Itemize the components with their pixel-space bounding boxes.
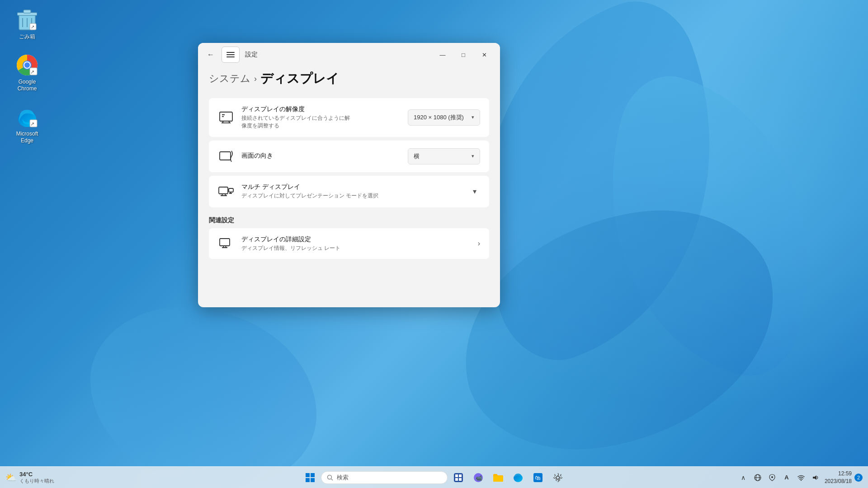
resolution-desc: 接続されているディスプレイに合うように解像度を調整する <box>241 114 401 130</box>
back-button[interactable]: ← <box>203 47 218 62</box>
svg-text:↗: ↗ <box>31 24 34 29</box>
clock-time: 12:59 <box>825 470 852 478</box>
multi-display-title: マルチ ディスプレイ <box>241 183 462 191</box>
svg-point-39 <box>328 475 332 479</box>
edge-icon: ↗ <box>16 106 38 128</box>
svg-text:↗: ↗ <box>30 69 34 75</box>
svg-rect-35 <box>306 473 310 477</box>
svg-text:↗: ↗ <box>30 121 34 127</box>
resolution-title: ディスプレイの解像度 <box>241 105 401 113</box>
orientation-value: 横 <box>414 152 468 160</box>
window-controls: — □ ✕ <box>432 47 495 62</box>
display-detail-info: ディスプレイの詳細設定 ディスプレイ情報、リフレッシュ レート <box>241 235 471 252</box>
weather-temp: 34°C <box>19 471 54 478</box>
multi-display-info: マルチ ディスプレイ ディスプレイに対してプレゼンテーション モードを選択 <box>241 183 462 200</box>
weather-desc: くもり時々晴れ <box>19 478 54 484</box>
display-detail-row[interactable]: ディスプレイの詳細設定 ディスプレイ情報、リフレッシュ レート › <box>209 228 489 259</box>
breadcrumb-system[interactable]: システム <box>209 72 250 85</box>
resolution-row: ディスプレイの解像度 接続されているディスプレイに合うように解像度を調整する 1… <box>209 98 489 137</box>
settings-card-orientation: 画面の向き 横 ▾ <box>209 141 489 172</box>
multi-display-expand-arrow[interactable]: ▾ <box>469 183 480 199</box>
weather-info: 34°C くもり時々晴れ <box>19 471 54 484</box>
start-button[interactable] <box>301 469 319 487</box>
resolution-icon <box>218 109 234 126</box>
svg-text:📹: 📹 <box>476 474 482 481</box>
search-icon <box>327 474 333 481</box>
settings-content: システム › ディスプレイ <box>198 66 500 307</box>
taskbar-app-settings[interactable] <box>549 469 567 487</box>
display-detail-desc: ディスプレイ情報、リフレッシュ レート <box>241 244 471 252</box>
window-title: 設定 <box>245 51 258 59</box>
multi-display-row[interactable]: マルチ ディスプレイ ディスプレイに対してプレゼンテーション モードを選択 ▾ <box>209 176 489 207</box>
tray-wifi-icon[interactable] <box>795 471 807 484</box>
resolution-dropdown-arrow: ▾ <box>472 114 474 120</box>
tray-chevron[interactable]: ∧ <box>737 471 750 484</box>
svg-rect-37 <box>306 478 310 482</box>
desktop: ↗ ごみ箱 <box>0 0 868 488</box>
menu-button[interactable] <box>222 47 240 63</box>
desktop-icon-chrome[interactable]: ↗ Google Chrome <box>9 54 45 93</box>
recycle-bin-label: ごみ箱 <box>19 33 35 41</box>
desktop-icon-recycle-bin[interactable]: ↗ ごみ箱 <box>9 9 45 41</box>
settings-card-display-detail: ディスプレイの詳細設定 ディスプレイ情報、リフレッシュ レート › <box>209 228 489 259</box>
taskbar-app-purple[interactable]: 📹 <box>469 469 487 487</box>
resolution-info: ディスプレイの解像度 接続されているディスプレイに合うように解像度を調整する <box>241 105 401 130</box>
chrome-label: Google Chrome <box>9 79 45 93</box>
minimize-button[interactable]: — <box>432 47 453 62</box>
tray-volume-icon[interactable] <box>809 471 822 484</box>
weather-icon: ⛅ <box>5 472 17 483</box>
settings-card-resolution: ディスプレイの解像度 接続されているディスプレイに合うように解像度を調整する 1… <box>209 98 489 137</box>
related-settings-label: 関連設定 <box>209 216 489 225</box>
chrome-icon: ↗ <box>16 54 38 76</box>
svg-rect-2 <box>24 10 31 13</box>
petal-decoration-4 <box>90 307 316 488</box>
svg-rect-43 <box>459 474 462 477</box>
svg-point-55 <box>771 476 773 478</box>
taskbar-left: ⛅ 34°C くもり時々晴れ <box>5 471 54 484</box>
menu-line-2 <box>226 54 235 55</box>
clock[interactable]: 12:59 2023/08/18 <box>825 470 852 485</box>
taskbar-search[interactable]: 検索 <box>321 471 448 484</box>
orientation-title: 画面の向き <box>241 152 401 160</box>
orientation-icon <box>218 148 234 164</box>
breadcrumb-separator: › <box>254 74 257 84</box>
orientation-control: 横 ▾ <box>408 148 480 164</box>
notification-badge[interactable]: 2 <box>854 474 863 482</box>
taskbar-center: 検索 📹 <box>301 469 567 487</box>
desktop-icon-edge[interactable]: ↗ Microsoft Edge <box>9 106 45 145</box>
taskbar-app-edge[interactable] <box>509 469 527 487</box>
display-detail-nav-arrow: › <box>478 239 480 248</box>
taskbar-app-store[interactable]: 🛍 <box>529 469 547 487</box>
orientation-dropdown[interactable]: 横 ▾ <box>408 148 480 164</box>
weather-widget[interactable]: ⛅ 34°C くもり時々晴れ <box>5 471 54 484</box>
resolution-value: 868 × 488 (推奨) <box>414 113 468 122</box>
breadcrumb-current: ディスプレイ <box>260 70 339 87</box>
svg-rect-17 <box>220 112 232 121</box>
desktop-icon-area: ↗ ごみ箱 <box>9 9 45 145</box>
tray-font-icon[interactable]: A <box>780 471 793 484</box>
menu-line-3 <box>226 56 235 57</box>
breadcrumb: システム › ディスプレイ <box>209 70 489 87</box>
title-bar: ← 設定 — □ ✕ <box>198 43 500 66</box>
edge-label: Microsoft Edge <box>9 131 45 145</box>
close-button[interactable]: ✕ <box>474 47 495 62</box>
maximize-button[interactable]: □ <box>453 47 474 62</box>
resolution-dropdown[interactable]: 868 × 488 (推奨) ▾ <box>408 109 480 126</box>
taskbar-right: ∧ A <box>737 470 863 485</box>
settings-window: ← 設定 — □ ✕ システム › ディスプレイ <box>198 43 500 307</box>
svg-rect-24 <box>219 187 228 194</box>
tray-location-icon[interactable] <box>766 471 778 484</box>
search-text: 検索 <box>337 474 349 482</box>
tray-network-icon[interactable] <box>751 471 764 484</box>
taskbar-app-folder[interactable] <box>489 469 507 487</box>
recycle-bin-icon: ↗ <box>16 9 38 31</box>
svg-rect-36 <box>311 473 315 477</box>
svg-point-56 <box>801 479 802 480</box>
taskbar-app-blue[interactable] <box>449 469 467 487</box>
clock-date: 2023/08/18 <box>825 478 852 485</box>
multi-display-desc: ディスプレイに対してプレゼンテーション モードを選択 <box>241 192 462 200</box>
orientation-info: 画面の向き <box>241 152 401 161</box>
multi-display-icon <box>218 183 234 200</box>
svg-text:🛍: 🛍 <box>535 474 541 481</box>
svg-rect-28 <box>229 188 233 192</box>
